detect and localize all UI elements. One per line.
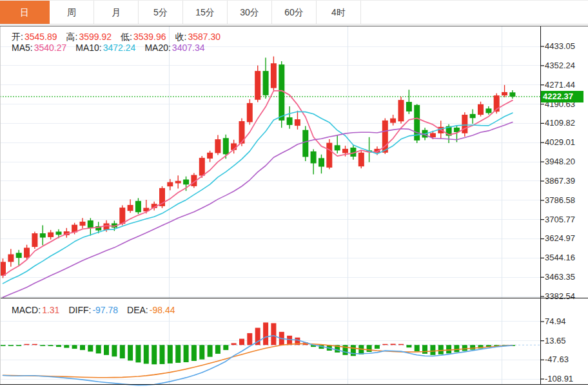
candle-up (462, 115, 467, 133)
candle-down (287, 117, 293, 125)
y-axis-label: 3463.35 (545, 273, 586, 282)
macd-bar-negative (120, 345, 125, 358)
candle-up (478, 104, 484, 115)
candle-down (509, 92, 515, 97)
macd-bar-positive (271, 323, 276, 345)
macd-bar-negative (438, 345, 444, 354)
macd-bar-negative (40, 345, 45, 346)
y-axis-label: 4029.01 (545, 138, 586, 147)
candle-down (183, 180, 189, 185)
macd-bar-negative (430, 345, 435, 355)
macd-bar-positive (382, 344, 387, 345)
candle-up (271, 63, 277, 88)
macd-bar-negative (152, 345, 157, 364)
macd-bar-negative (454, 345, 459, 352)
candle-up (295, 119, 300, 126)
y-axis-label: 3624.97 (545, 234, 586, 243)
candle-up (8, 255, 14, 262)
y-axis-label: 3544.16 (545, 253, 586, 262)
macd-bar-negative (48, 345, 54, 346)
candle-up (358, 153, 364, 166)
macd-bar-negative (191, 345, 197, 361)
y-axis-label: 74.94 (545, 317, 586, 326)
candle-up (255, 71, 260, 100)
macd-bar-negative (88, 345, 93, 351)
candle-up (175, 181, 181, 184)
macd-bar-negative (406, 345, 411, 347)
macd-bar-negative (56, 345, 61, 347)
candle-up (207, 153, 213, 159)
candle-up (32, 233, 37, 247)
candle-up (326, 143, 332, 168)
candle-down (318, 158, 324, 166)
macd-bar-positive (247, 333, 252, 345)
macd-bar-negative (470, 345, 475, 349)
macd-bar-negative (160, 345, 165, 364)
macd-bar-negative (64, 345, 69, 347)
chart-canvas[interactable] (0, 0, 588, 388)
macd-bar-negative (367, 345, 372, 352)
macd-bar-negative (16, 345, 21, 346)
candle-up (48, 233, 54, 237)
macd-bar-positive (231, 343, 237, 345)
macd-bar-negative (128, 345, 133, 360)
candle-down (88, 220, 93, 228)
macd-bar-negative (168, 345, 173, 364)
macd-bar-negative (351, 345, 356, 356)
candle-down (485, 108, 491, 113)
y-axis-label: 3948.20 (545, 157, 586, 166)
macd-bar-negative (215, 345, 220, 354)
candle-down (279, 64, 284, 121)
y-axis-label: 4271.44 (545, 81, 586, 90)
macd-bar-positive (398, 344, 404, 345)
candle-up (390, 119, 396, 123)
candle-up (167, 182, 173, 187)
candle-down (470, 114, 476, 118)
macd-bar-negative (375, 345, 380, 349)
macd-bar-positive (287, 336, 292, 345)
macd-bar-negative (8, 345, 14, 346)
macd-bar-negative (135, 345, 141, 362)
candle-up (0, 262, 6, 275)
y-axis-label: 4109.82 (545, 119, 586, 128)
macd-bar-positive (32, 344, 37, 345)
y-axis-label: 3705.77 (545, 215, 586, 224)
candle-down (16, 253, 22, 258)
candle-down (406, 102, 412, 112)
y-axis-label: 3867.39 (545, 177, 586, 186)
candle-up (199, 158, 205, 176)
macd-bar-negative (208, 345, 213, 356)
candle-down (263, 71, 269, 95)
y-axis-label: 3382.54 (545, 292, 586, 301)
candle-up (398, 100, 404, 121)
candle-down (311, 151, 317, 164)
kline-chart-app: 日周月5分15分30分60分4时 开:3545.89高:3599.92低:353… (0, 0, 588, 388)
candle-up (247, 103, 253, 122)
macd-bar-negative (80, 345, 85, 350)
candle-down (223, 138, 229, 154)
macd-bar-positive (24, 344, 30, 345)
candle-down (302, 130, 308, 157)
y-axis-label: -47.63 (545, 355, 586, 364)
y-axis-label: -108.91 (545, 374, 586, 383)
candle-up (80, 222, 86, 226)
macd-bar-negative (112, 345, 117, 356)
candle-up (128, 205, 133, 211)
macd-bar-negative (199, 345, 204, 359)
macd-bar-negative (175, 345, 181, 363)
macd-bar-negative (96, 345, 101, 353)
candle-up (119, 208, 125, 224)
macd-bar-negative (223, 345, 228, 350)
candle-down (135, 201, 141, 212)
macd-bar-negative (422, 345, 427, 354)
candle-down (335, 145, 340, 150)
macd-bar-negative (1, 345, 6, 346)
macd-bar-negative (184, 345, 189, 362)
macd-bar-positive (391, 344, 396, 345)
macd-bar-positive (263, 322, 268, 345)
y-axis-label: 4433.05 (545, 42, 586, 51)
candle-up (24, 247, 30, 257)
candle-up (430, 133, 436, 138)
macd-bar-negative (415, 345, 420, 351)
candle-down (40, 233, 46, 238)
